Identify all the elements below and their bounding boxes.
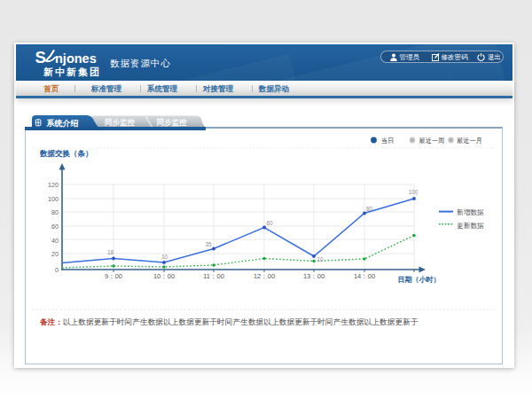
svg-text:更新数据: 更新数据 [457, 222, 484, 230]
svg-text:同步监控: 同步监控 [105, 118, 136, 127]
svg-text:13：00: 13：00 [303, 272, 325, 280]
svg-text:9：00: 9：00 [105, 272, 122, 280]
svg-text:新增数据: 新增数据 [457, 208, 484, 216]
svg-text:0: 0 [55, 266, 59, 274]
svg-text:60: 60 [51, 223, 59, 231]
svg-text:80: 80 [51, 208, 59, 216]
svg-text:系统介绍: 系统介绍 [46, 119, 79, 128]
svg-text:80: 80 [366, 206, 373, 212]
svg-text:最近一周: 最近一周 [419, 137, 445, 145]
svg-text:20: 20 [51, 250, 59, 258]
svg-text:11：00: 11：00 [203, 272, 224, 280]
svg-text:100: 100 [48, 195, 59, 203]
svg-text:同步监控: 同步监控 [156, 118, 187, 127]
svg-text:12：00: 12：00 [254, 272, 275, 280]
svg-text:最近一月: 最近一月 [457, 137, 482, 145]
svg-text:100: 100 [409, 189, 419, 195]
svg-text:10: 10 [161, 254, 168, 260]
svg-text:10：00: 10：00 [153, 272, 175, 280]
svg-text:10: 10 [317, 256, 324, 262]
svg-text:当日: 当日 [381, 137, 394, 145]
svg-text:日期（小时）: 日期（小时） [398, 276, 441, 284]
svg-text:120: 120 [48, 181, 59, 189]
svg-text:备注：以上数据更新于时间产生数据以上数据更新于时间产生数据以: 备注：以上数据更新于时间产生数据以上数据更新于时间产生数据以上数据更新于时间产生… [39, 317, 419, 326]
svg-text:18: 18 [107, 249, 114, 255]
svg-text:60: 60 [266, 220, 273, 226]
svg-text:数据交换（条）: 数据交换（条） [39, 149, 93, 158]
svg-text:40: 40 [51, 237, 59, 245]
svg-text:14：00: 14：00 [354, 272, 375, 280]
svg-text:35: 35 [205, 241, 212, 247]
